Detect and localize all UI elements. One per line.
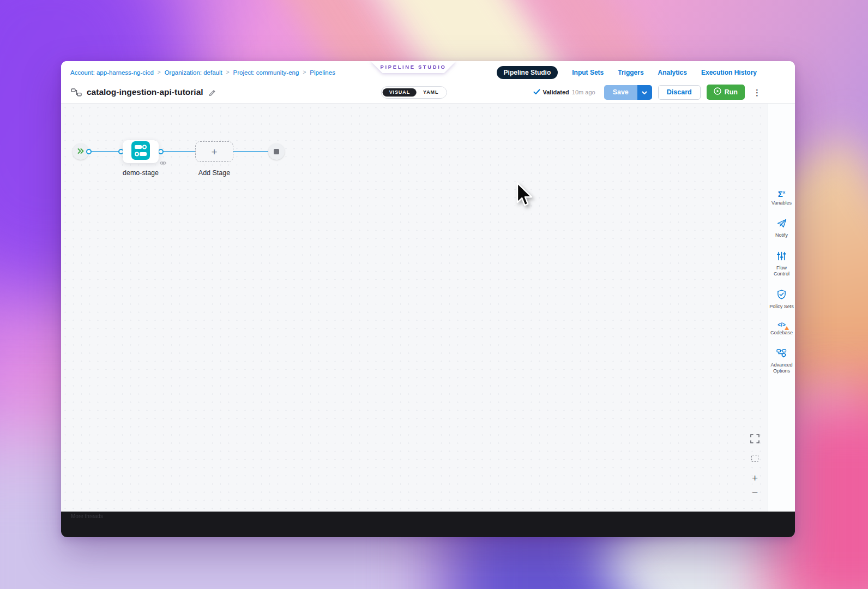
- sidebar-item-codebase[interactable]: </> Codebase: [769, 322, 795, 336]
- connector-endpoint: [86, 149, 92, 154]
- breadcrumb: Account: app-harness-ng-cicd > Organizat…: [70, 69, 335, 76]
- check-icon: [533, 87, 540, 97]
- chevron-down-icon: [642, 87, 647, 97]
- sidebar-item-advanced-options[interactable]: Advanced Options: [769, 349, 795, 375]
- stage-icon: [131, 141, 150, 162]
- pipeline-end-node[interactable]: [268, 143, 285, 160]
- tab-analytics[interactable]: Analytics: [658, 69, 687, 76]
- sidebar-item-label: Variables: [771, 200, 792, 206]
- pipeline-studio-badge: PIPELINE STUDIO: [371, 61, 456, 73]
- code-warning-icon: </>: [777, 322, 785, 328]
- breadcrumb-separator: >: [158, 69, 161, 75]
- app-window: Account: app-harness-ng-cicd > Organizat…: [61, 61, 795, 537]
- title-group: catalog-ingestion-api-tutorial: [71, 87, 216, 97]
- breadcrumb-separator: >: [303, 69, 306, 75]
- pipeline-graph-icon: [71, 88, 82, 97]
- tab-input-sets[interactable]: Input Sets: [572, 69, 604, 76]
- breadcrumb-pipelines[interactable]: Pipelines: [310, 69, 335, 76]
- validated-label: Validated: [543, 89, 569, 95]
- sliders-icon: [777, 251, 786, 263]
- sidebar-item-label: Advanced Options: [769, 362, 795, 375]
- sidebar-item-label: Notify: [775, 232, 788, 238]
- save-button-group: Save: [604, 85, 652, 100]
- breadcrumb-separator: >: [226, 69, 230, 75]
- sidebar-item-variables[interactable]: Σx Variables: [769, 190, 795, 206]
- sidebar-item-policy-sets[interactable]: Policy Sets: [769, 290, 795, 310]
- window-footer-bar: More threads: [61, 512, 795, 537]
- zoom-in-button[interactable]: +: [752, 473, 758, 483]
- toggle-yaml[interactable]: YAML: [417, 88, 445, 97]
- plus-icon: +: [211, 147, 217, 157]
- tab-execution-history[interactable]: Execution History: [701, 69, 757, 76]
- pipeline-canvas[interactable]: + demo-stage Add Stage + −: [61, 104, 768, 512]
- footer-ghost-text: More threads: [71, 513, 103, 519]
- right-toolbar: Σx Variables Notify Flow Control: [768, 104, 795, 512]
- validation-status: Validated 10m ago: [533, 87, 595, 97]
- view-mode-toggle: VISUAL YAML: [381, 86, 447, 99]
- pipeline-connector-line: [81, 151, 276, 152]
- stage-node-demo-stage[interactable]: [123, 140, 159, 163]
- connector-endpoint: [158, 149, 164, 154]
- top-nav-tabs: Pipeline Studio Input Sets Triggers Anal…: [497, 66, 757, 79]
- page-title: catalog-ingestion-api-tutorial: [87, 87, 203, 97]
- toolbar-actions: Validated 10m ago Save Discard: [533, 85, 761, 100]
- tab-triggers[interactable]: Triggers: [618, 69, 643, 76]
- sidebar-item-flow-control[interactable]: Flow Control: [769, 251, 795, 278]
- discard-button[interactable]: Discard: [658, 85, 701, 100]
- paper-plane-icon: [777, 219, 787, 230]
- run-button[interactable]: Run: [707, 85, 745, 100]
- network-gear-icon: [776, 349, 787, 360]
- add-stage-button[interactable]: +: [195, 141, 233, 162]
- tab-pipeline-studio[interactable]: Pipeline Studio: [497, 66, 558, 79]
- shield-check-icon: [777, 290, 786, 302]
- canvas-controls: + −: [750, 434, 760, 497]
- sidebar-item-label: Policy Sets: [769, 304, 794, 310]
- save-button[interactable]: Save: [604, 85, 637, 100]
- zoom-out-button[interactable]: −: [752, 487, 758, 497]
- sidebar-item-notify[interactable]: Notify: [769, 219, 795, 238]
- header: Account: app-harness-ng-cicd > Organizat…: [61, 61, 795, 104]
- breadcrumb-account[interactable]: Account: app-harness-ng-cicd: [70, 69, 154, 76]
- pipeline-studio-badge-label: PIPELINE STUDIO: [371, 61, 456, 73]
- sidebar-item-label: Codebase: [770, 330, 793, 336]
- stage-label: demo-stage: [103, 169, 179, 177]
- kebab-menu-icon[interactable]: ⋮: [753, 88, 761, 97]
- breadcrumb-project[interactable]: Project: community-eng: [233, 69, 299, 76]
- run-button-label: Run: [725, 88, 738, 97]
- toggle-visual[interactable]: VISUAL: [383, 88, 417, 97]
- sidebar-item-label: Flow Control: [769, 265, 795, 278]
- validated-time: 10m ago: [572, 89, 595, 95]
- fullscreen-icon[interactable]: [750, 434, 760, 443]
- run-play-icon: [714, 87, 721, 97]
- start-play-icon: [77, 147, 85, 157]
- canvas-frame-icon[interactable]: [751, 455, 758, 462]
- breadcrumb-organization[interactable]: Organization: default: [165, 69, 222, 76]
- edit-pencil-icon[interactable]: [208, 88, 216, 96]
- save-options-button[interactable]: [637, 85, 652, 100]
- link-icon: [160, 158, 166, 167]
- stop-square-icon: [274, 149, 279, 154]
- mouse-cursor: [516, 182, 534, 211]
- sigma-x-icon: Σx: [778, 190, 785, 198]
- add-stage-label: Add Stage: [176, 169, 252, 177]
- toolbar-row: catalog-ingestion-api-tutorial VISUAL YA…: [61, 81, 795, 103]
